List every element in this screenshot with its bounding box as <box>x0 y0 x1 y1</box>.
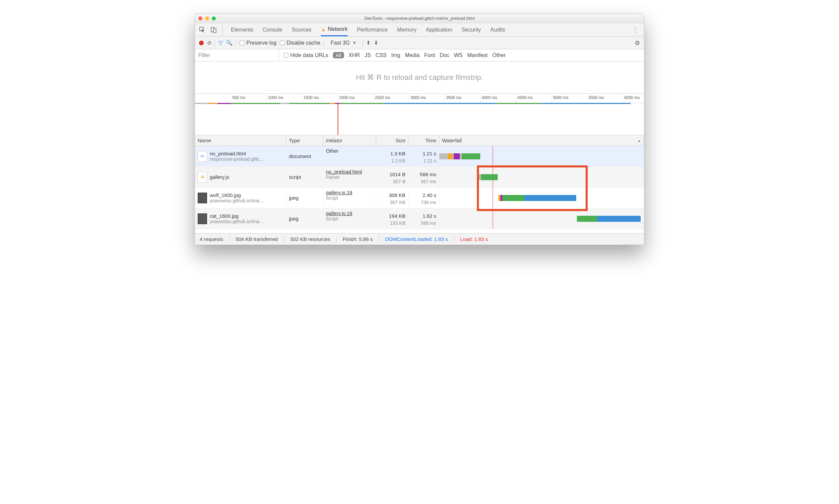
status-resources: 502 KB resources <box>290 236 330 242</box>
window-titlebar: DevTools - responsive-preload.glitch.me/… <box>195 14 644 23</box>
tab-application[interactable]: Application <box>426 23 452 36</box>
request-initiator[interactable]: gallery.js:18 <box>326 210 373 216</box>
filter-input[interactable] <box>195 49 279 61</box>
filter-icon[interactable]: ▽ <box>218 40 222 46</box>
col-waterfall-header[interactable]: Waterfall▲ <box>439 135 644 146</box>
img-file-icon <box>198 213 207 224</box>
js-file-icon: JS <box>198 172 207 182</box>
export-har-icon[interactable]: ⬆ <box>366 40 371 46</box>
timeline-tick: 500 ms <box>231 94 245 103</box>
network-toolbar: ⊘ ▽ 🔍 Preserve log Disable cache Fast 3G… <box>195 37 644 49</box>
request-size: 194 KB193 KB <box>376 209 408 229</box>
timeline-tick: 3500 ms <box>444 94 461 103</box>
status-load: Load: 1.83 s <box>460 236 488 242</box>
devtools-window: DevTools - responsive-preload.glitch.me/… <box>195 14 644 245</box>
request-size: 1014 B827 B <box>376 167 408 187</box>
col-type-header[interactable]: Type <box>286 135 323 146</box>
status-bar: 4 requests 504 KB transferred 502 KB res… <box>195 233 644 245</box>
status-requests: 4 requests <box>200 236 223 242</box>
filter-type-doc[interactable]: Doc <box>440 52 449 58</box>
device-toggle-icon[interactable] <box>210 26 218 34</box>
html-file-icon: <> <box>198 151 207 162</box>
timeline-tick: 3000 ms <box>409 94 426 103</box>
tab-audits[interactable]: Audits <box>490 23 505 36</box>
request-initiator[interactable]: no_preload.html <box>326 169 373 175</box>
filter-type-css[interactable]: CSS <box>376 52 387 58</box>
status-finish: Finish: 5.86 s <box>343 236 373 242</box>
request-initiator[interactable]: gallery.js:18 <box>326 190 373 195</box>
svg-rect-2 <box>213 29 216 33</box>
request-size: 308 KB307 KB <box>376 187 408 208</box>
request-waterfall[interactable] <box>439 167 644 187</box>
timeline-tick: 6000 ms <box>623 94 640 103</box>
timeline-tick: 4500 ms <box>516 94 533 103</box>
request-waterfall[interactable] <box>439 209 644 229</box>
timeline-overview[interactable]: 500 ms1000 ms1500 ms2000 ms2500 ms3000 m… <box>195 94 644 135</box>
timeline-tick: 1000 ms <box>266 94 283 103</box>
img-file-icon <box>198 193 207 203</box>
col-size-header[interactable]: Size <box>376 135 408 146</box>
filmstrip-area: Hit ⌘ R to reload and capture filmstrip. <box>195 61 644 94</box>
col-initiator-header[interactable]: Initiator <box>323 135 376 146</box>
filter-type-js[interactable]: JS <box>364 52 371 58</box>
request-row[interactable]: <>no_preload.htmlresponsive-preload.glit… <box>195 146 644 167</box>
tab-memory[interactable]: Memory <box>397 23 416 36</box>
tab-performance[interactable]: Performance <box>357 23 388 36</box>
settings-icon[interactable]: ⚙ <box>635 39 640 47</box>
import-har-icon[interactable]: ⬇ <box>374 40 378 46</box>
record-button[interactable] <box>199 41 204 45</box>
timeline-tick: 5500 ms <box>587 94 604 103</box>
tab-network[interactable]: ▲Network <box>321 23 348 36</box>
tab-sources[interactable]: Sources <box>292 23 311 36</box>
timeline-load-marker <box>338 103 338 135</box>
filter-type-manifest[interactable]: Manifest <box>467 52 487 58</box>
filter-type-font[interactable]: Font <box>424 52 435 58</box>
search-icon[interactable]: 🔍 <box>226 40 233 46</box>
timeline-tick: 2500 ms <box>373 94 390 103</box>
throttling-select[interactable]: Fast 3G▾ <box>327 40 359 46</box>
tab-security[interactable]: Security <box>461 23 481 36</box>
hide-data-urls-checkbox[interactable]: Hide data URLs <box>284 52 328 58</box>
request-name: cat_1600.jpg <box>210 213 264 219</box>
request-name: gallery.js <box>210 174 229 180</box>
request-name: no_preload.html <box>210 151 264 156</box>
divider <box>323 39 324 47</box>
request-time: 568 ms567 ms <box>408 167 439 187</box>
request-time: 2.40 s738 ms <box>408 187 439 208</box>
filter-type-ws[interactable]: WS <box>454 52 463 58</box>
request-time: 1.21 s1.21 s <box>408 146 439 166</box>
inspect-icon[interactable] <box>198 26 207 34</box>
more-menu-icon[interactable]: ⋮ <box>630 26 641 34</box>
col-name-header[interactable]: Name <box>195 135 286 146</box>
tab-console[interactable]: Console <box>263 23 283 36</box>
request-size: 1.3 KB1.2 KB <box>376 146 408 166</box>
request-type: jpeg <box>286 209 323 229</box>
request-waterfall[interactable] <box>439 187 644 208</box>
filter-type-media[interactable]: Media <box>405 52 420 58</box>
request-table: <>no_preload.htmlresponsive-preload.glit… <box>195 146 644 229</box>
divider <box>362 39 363 47</box>
table-header: Name Type Initiator Size Time Waterfall▲ <box>195 135 644 146</box>
request-waterfall[interactable] <box>439 146 644 166</box>
request-time: 1.62 s566 ms <box>408 209 439 229</box>
preserve-log-checkbox[interactable]: Preserve log <box>239 40 276 46</box>
divider <box>236 39 236 47</box>
request-row[interactable]: wolf_1600.jpgyoavweiss.github.io/ima…jpe… <box>195 187 644 209</box>
disable-cache-checkbox[interactable]: Disable cache <box>280 40 321 46</box>
request-row[interactable]: cat_1600.jpgyoavweiss.github.io/ima…jpeg… <box>195 209 644 229</box>
tab-elements[interactable]: Elements <box>231 23 253 36</box>
clear-icon[interactable]: ⊘ <box>207 40 211 46</box>
filter-type-img[interactable]: Img <box>391 52 400 58</box>
request-row[interactable]: JSgallery.jsscriptno_preload.htmlParser1… <box>195 167 644 187</box>
filter-all-pill[interactable]: All <box>333 52 344 58</box>
timeline-tick: 1500 ms <box>302 94 319 103</box>
status-domcontentloaded: DOMContentLoaded: 1.83 s <box>385 236 448 242</box>
filmstrip-hint: Hit ⌘ R to reload and capture filmstrip. <box>356 73 483 82</box>
col-time-header[interactable]: Time <box>408 135 439 146</box>
request-domain: responsive-preload.glitc… <box>210 156 264 162</box>
filter-type-xhr[interactable]: XHR <box>349 52 360 58</box>
filter-bar: Hide data URLs All XHRJSCSSImgMediaFontD… <box>195 49 644 61</box>
request-type: script <box>286 167 323 187</box>
filter-type-other[interactable]: Other <box>492 52 506 58</box>
status-transferred: 504 KB transferred <box>236 236 278 242</box>
